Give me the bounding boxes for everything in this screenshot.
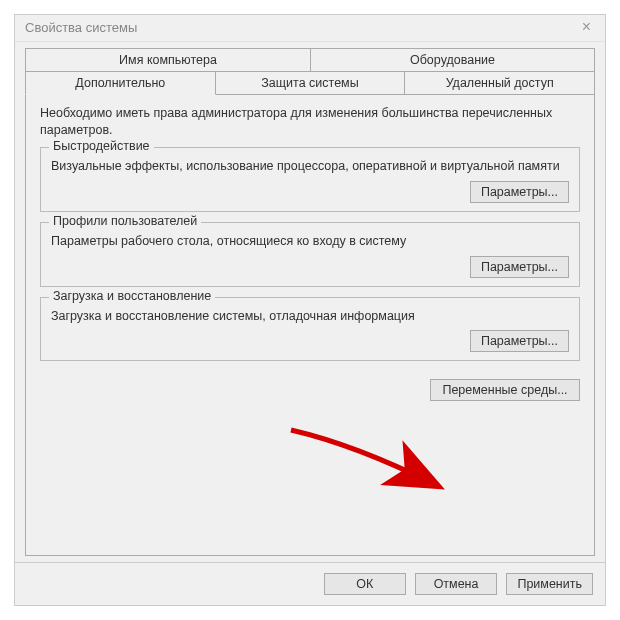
performance-desc: Визуальные эффекты, использование процес…	[51, 158, 569, 175]
tab-row-bottom: Дополнительно Защита системы Удаленный д…	[25, 71, 595, 94]
user-profiles-legend: Профили пользователей	[49, 214, 201, 228]
tab-hardware[interactable]: Оборудование	[310, 48, 595, 72]
annotation-arrow-icon	[286, 425, 456, 505]
admin-intro-text: Необходимо иметь права администратора дл…	[40, 105, 580, 139]
tab-remote[interactable]: Удаленный доступ	[405, 71, 595, 95]
startup-recovery-desc: Загрузка и восстановление системы, отлад…	[51, 308, 569, 325]
user-profiles-group: Профили пользователей Параметры рабочего…	[40, 222, 580, 287]
startup-recovery-settings-button[interactable]: Параметры...	[470, 330, 569, 352]
cancel-button[interactable]: Отмена	[415, 573, 497, 595]
tab-advanced[interactable]: Дополнительно	[25, 71, 216, 95]
titlebar: Свойства системы ×	[15, 15, 605, 42]
startup-recovery-legend: Загрузка и восстановление	[49, 289, 215, 303]
system-properties-dialog: Свойства системы × Имя компьютера Оборуд…	[14, 14, 606, 606]
environment-variables-button[interactable]: Переменные среды...	[430, 379, 580, 401]
performance-legend: Быстродействие	[49, 139, 154, 153]
performance-settings-button[interactable]: Параметры...	[470, 181, 569, 203]
advanced-panel: Необходимо иметь права администратора дл…	[25, 94, 595, 556]
tab-system-protection[interactable]: Защита системы	[216, 71, 406, 95]
user-profiles-settings-button[interactable]: Параметры...	[470, 256, 569, 278]
dialog-footer: ОК Отмена Применить	[15, 562, 605, 605]
tab-row-top: Имя компьютера Оборудование	[25, 48, 595, 71]
ok-button[interactable]: ОК	[324, 573, 406, 595]
dialog-content: Имя компьютера Оборудование Дополнительн…	[15, 42, 605, 562]
apply-button[interactable]: Применить	[506, 573, 593, 595]
user-profiles-desc: Параметры рабочего стола, относящиеся ко…	[51, 233, 569, 250]
tab-computer-name[interactable]: Имя компьютера	[25, 48, 310, 72]
performance-group: Быстродействие Визуальные эффекты, испол…	[40, 147, 580, 212]
startup-recovery-group: Загрузка и восстановление Загрузка и вос…	[40, 297, 580, 362]
window-title: Свойства системы	[25, 20, 576, 35]
close-icon[interactable]: ×	[576, 19, 597, 35]
